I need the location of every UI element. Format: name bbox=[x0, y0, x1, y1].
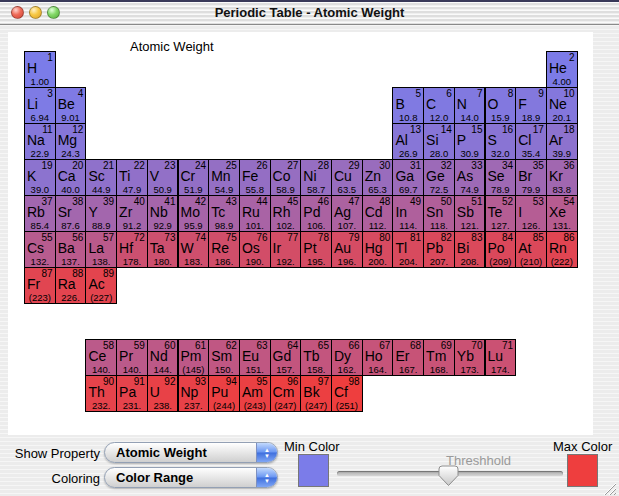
element-cell-ir[interactable]: 77Ir192. bbox=[270, 231, 302, 268]
element-cell-at[interactable]: 85At(210) bbox=[515, 231, 547, 268]
resize-grip-icon[interactable] bbox=[603, 482, 617, 496]
minimize-button[interactable] bbox=[29, 6, 42, 19]
element-cell-ge[interactable]: 32Ge72.5 bbox=[423, 159, 455, 196]
coloring-popup[interactable]: Color Range ▲ ▼ bbox=[104, 467, 278, 488]
element-cell-p[interactable]: 15P30.9 bbox=[454, 123, 486, 160]
element-cell-ho[interactable]: 67Ho164. bbox=[362, 339, 394, 376]
threshold-slider-thumb[interactable] bbox=[438, 465, 459, 487]
element-cell-pt[interactable]: 78Pt195. bbox=[300, 231, 332, 268]
element-cell-sr[interactable]: 38Sr87.6 bbox=[55, 195, 87, 232]
element-cell-po[interactable]: 84Po(209) bbox=[485, 231, 517, 268]
element-cell-pu[interactable]: 94Pu(244) bbox=[208, 375, 240, 412]
element-cell-mo[interactable]: 42Mo95.9 bbox=[178, 195, 210, 232]
element-cell-b[interactable]: 5B10.8 bbox=[392, 87, 424, 124]
element-cell-ar[interactable]: 18Ar39.9 bbox=[546, 123, 578, 160]
element-cell-tb[interactable]: 65Tb158. bbox=[300, 339, 332, 376]
element-cell-pr[interactable]: 59Pr140. bbox=[116, 339, 148, 376]
element-cell-nb[interactable]: 41Nb92.9 bbox=[147, 195, 179, 232]
element-cell-ca[interactable]: 20Ca40.0 bbox=[55, 159, 87, 196]
element-cell-pm[interactable]: 61Pm(145) bbox=[178, 339, 210, 376]
element-cell-am[interactable]: 95Am(243) bbox=[239, 375, 271, 412]
element-cell-pa[interactable]: 91Pa231. bbox=[116, 375, 148, 412]
element-cell-hf[interactable]: 72Hf178. bbox=[116, 231, 148, 268]
element-cell-ba[interactable]: 56Ba137. bbox=[55, 231, 87, 268]
element-cell-c[interactable]: 6C12.0 bbox=[423, 87, 455, 124]
element-cell-se[interactable]: 34Se78.9 bbox=[485, 159, 517, 196]
element-cell-ga[interactable]: 31Ga69.7 bbox=[392, 159, 424, 196]
element-cell-n[interactable]: 7N14.0 bbox=[454, 87, 486, 124]
element-cell-np[interactable]: 93Np237. bbox=[178, 375, 210, 412]
element-cell-os[interactable]: 76Os190. bbox=[239, 231, 271, 268]
element-cell-mg[interactable]: 12Mg24.3 bbox=[55, 123, 87, 160]
close-button[interactable] bbox=[11, 6, 24, 19]
element-cell-ru[interactable]: 44Ru101. bbox=[239, 195, 271, 232]
element-cell-la[interactable]: 57La138. bbox=[85, 231, 117, 268]
element-cell-dy[interactable]: 66Dy162. bbox=[331, 339, 363, 376]
element-cell-al[interactable]: 13Al26.9 bbox=[392, 123, 424, 160]
max-color-swatch[interactable] bbox=[567, 454, 598, 487]
element-cell-ac[interactable]: 89Ac(227) bbox=[85, 267, 117, 304]
element-cell-li[interactable]: 3Li6.94 bbox=[24, 87, 56, 124]
element-cell-cf[interactable]: 98Cf(251) bbox=[331, 375, 363, 412]
element-cell-co[interactable]: 27Co58.9 bbox=[270, 159, 302, 196]
element-cell-ni[interactable]: 28Ni58.7 bbox=[300, 159, 332, 196]
element-cell-rn[interactable]: 86Rn(222) bbox=[546, 231, 578, 268]
element-cell-k[interactable]: 19K39.0 bbox=[24, 159, 56, 196]
element-cell-cl[interactable]: 17Cl35.4 bbox=[515, 123, 547, 160]
element-cell-h[interactable]: 1H1.00 bbox=[24, 51, 56, 88]
element-cell-ti[interactable]: 22Ti47.9 bbox=[116, 159, 148, 196]
element-cell-sb[interactable]: 51Sb121. bbox=[454, 195, 486, 232]
element-cell-te[interactable]: 52Te127. bbox=[485, 195, 517, 232]
element-cell-s[interactable]: 16S32.0 bbox=[485, 123, 517, 160]
element-cell-be[interactable]: 4Be9.01 bbox=[55, 87, 87, 124]
element-cell-zr[interactable]: 40Zr91.2 bbox=[116, 195, 148, 232]
element-cell-f[interactable]: 9F18.9 bbox=[515, 87, 547, 124]
element-cell-sn[interactable]: 50Sn118. bbox=[423, 195, 455, 232]
element-cell-cu[interactable]: 29Cu63.5 bbox=[331, 159, 363, 196]
element-cell-si[interactable]: 14Si28.0 bbox=[423, 123, 455, 160]
element-cell-sc[interactable]: 21Sc44.9 bbox=[85, 159, 117, 196]
element-cell-eu[interactable]: 63Eu151. bbox=[239, 339, 271, 376]
element-cell-cm[interactable]: 96Cm(247) bbox=[270, 375, 302, 412]
element-cell-cd[interactable]: 48Cd112. bbox=[362, 195, 394, 232]
element-cell-ne[interactable]: 10Ne20.1 bbox=[546, 87, 578, 124]
element-cell-hg[interactable]: 80Hg200. bbox=[362, 231, 394, 268]
element-cell-th[interactable]: 90Th232. bbox=[85, 375, 117, 412]
element-cell-tc[interactable]: 43Tc98.9 bbox=[208, 195, 240, 232]
element-cell-pb[interactable]: 82Pb207. bbox=[423, 231, 455, 268]
element-cell-rb[interactable]: 37Rb85.4 bbox=[24, 195, 56, 232]
min-color-swatch[interactable] bbox=[298, 454, 329, 487]
element-cell-w[interactable]: 74W183. bbox=[178, 231, 210, 268]
element-cell-in[interactable]: 49In114. bbox=[392, 195, 424, 232]
element-cell-tl[interactable]: 81Tl204. bbox=[392, 231, 424, 268]
element-cell-y[interactable]: 39Y88.9 bbox=[85, 195, 117, 232]
element-cell-rh[interactable]: 45Rh102. bbox=[270, 195, 302, 232]
element-cell-na[interactable]: 11Na22.9 bbox=[24, 123, 56, 160]
element-cell-pd[interactable]: 46Pd106. bbox=[300, 195, 332, 232]
element-cell-lu[interactable]: 71Lu174. bbox=[485, 339, 517, 376]
element-cell-xe[interactable]: 54Xe131. bbox=[546, 195, 578, 232]
element-cell-as[interactable]: 33As74.9 bbox=[454, 159, 486, 196]
element-cell-bk[interactable]: 97Bk(247) bbox=[300, 375, 332, 412]
element-cell-ta[interactable]: 73Ta180. bbox=[147, 231, 179, 268]
element-cell-zn[interactable]: 30Zn65.3 bbox=[362, 159, 394, 196]
show-property-popup[interactable]: Atomic Weight ▲ ▼ bbox=[104, 442, 278, 463]
element-cell-ce[interactable]: 58Ce140. bbox=[85, 339, 117, 376]
element-cell-er[interactable]: 68Er167. bbox=[392, 339, 424, 376]
element-cell-au[interactable]: 79Au196. bbox=[331, 231, 363, 268]
element-cell-tm[interactable]: 69Tm168. bbox=[423, 339, 455, 376]
element-cell-mn[interactable]: 25Mn54.9 bbox=[208, 159, 240, 196]
element-cell-br[interactable]: 35Br79.9 bbox=[515, 159, 547, 196]
element-cell-gd[interactable]: 64Gd157. bbox=[270, 339, 302, 376]
element-cell-he[interactable]: 2He4.00 bbox=[546, 51, 578, 88]
element-cell-v[interactable]: 23V50.9 bbox=[147, 159, 179, 196]
element-cell-i[interactable]: 53I126. bbox=[515, 195, 547, 232]
element-cell-sm[interactable]: 62Sm150. bbox=[208, 339, 240, 376]
element-cell-fr[interactable]: 87Fr(223) bbox=[24, 267, 56, 304]
zoom-button[interactable] bbox=[47, 6, 60, 19]
element-cell-bi[interactable]: 83Bi208. bbox=[454, 231, 486, 268]
element-cell-re[interactable]: 75Re186. bbox=[208, 231, 240, 268]
element-cell-yb[interactable]: 70Yb173. bbox=[454, 339, 486, 376]
element-cell-kr[interactable]: 36Kr83.8 bbox=[546, 159, 578, 196]
element-cell-cr[interactable]: 24Cr51.9 bbox=[178, 159, 210, 196]
